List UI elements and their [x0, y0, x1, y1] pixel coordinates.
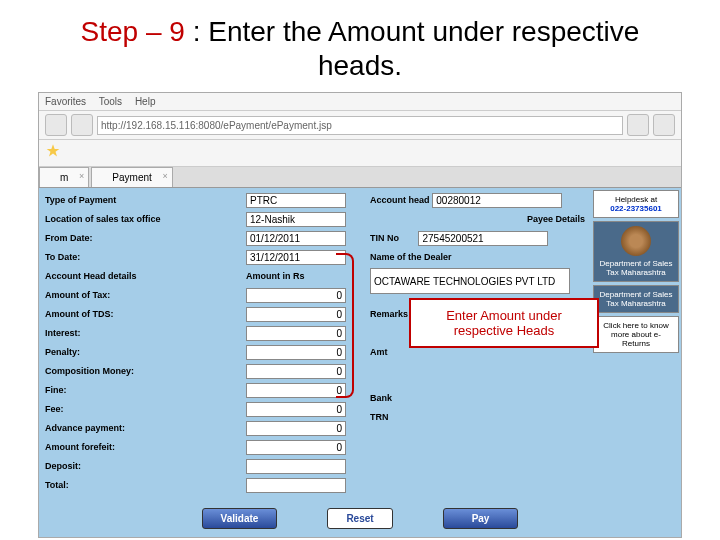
- right-column: Account head Payee Details TIN No Name o…: [364, 188, 591, 500]
- app-body: Type of Payment Location of sales tax of…: [39, 188, 681, 500]
- label: Fee:: [45, 404, 64, 414]
- amount-tax-input[interactable]: [246, 288, 346, 303]
- label: Account head: [370, 195, 430, 205]
- label: Amount forefeit:: [45, 442, 115, 452]
- tab[interactable]: Payment×: [91, 167, 172, 187]
- menu-item[interactable]: Tools: [99, 96, 122, 107]
- dealer-name-input[interactable]: [370, 268, 570, 294]
- location-input[interactable]: [246, 212, 346, 227]
- helpdesk-label: Helpdesk at: [598, 195, 674, 204]
- label: Interest:: [45, 328, 81, 338]
- reset-button[interactable]: Reset: [327, 508, 392, 529]
- returns-link-box[interactable]: Click here to know more about e-Returns: [593, 316, 679, 353]
- slide-step: Step – 9: [81, 16, 185, 47]
- label: Payee Details: [527, 214, 585, 224]
- type-of-payment-input[interactable]: [246, 193, 346, 208]
- to-date-input[interactable]: [246, 250, 346, 265]
- browser-window: Favorites Tools Help m× Payment× Type of…: [38, 92, 682, 538]
- label: Amount of TDS:: [45, 309, 113, 319]
- label: Account Head details: [45, 271, 137, 281]
- total-input[interactable]: [246, 478, 346, 493]
- slide-title: Step – 9 : Enter the Amount under respec…: [0, 0, 720, 92]
- helpdesk-box: Helpdesk at 022-23735601: [593, 190, 679, 218]
- label: TIN No: [370, 233, 399, 243]
- callout-text: Enter Amount under: [425, 308, 583, 323]
- label: Location of sales tax office: [45, 214, 161, 224]
- label: Bank: [370, 393, 392, 403]
- label: From Date:: [45, 233, 93, 243]
- label: TRN: [370, 412, 389, 422]
- from-date-input[interactable]: [246, 231, 346, 246]
- menu-item[interactable]: Help: [135, 96, 156, 107]
- left-column: Type of Payment Location of sales tax of…: [39, 188, 244, 500]
- account-head-input[interactable]: [432, 193, 562, 208]
- label: Amount of Tax:: [45, 290, 110, 300]
- label: Fine:: [45, 385, 67, 395]
- close-icon[interactable]: ×: [163, 171, 168, 181]
- url-bar: [39, 111, 681, 140]
- label: Amount in Rs: [246, 271, 305, 281]
- url-input[interactable]: [97, 116, 623, 135]
- tab-bar: m× Payment×: [39, 167, 681, 188]
- returns-link[interactable]: Click here to know more about e-Returns: [598, 321, 674, 348]
- callout-text: respective Heads: [425, 323, 583, 338]
- tin-input[interactable]: [418, 231, 548, 246]
- sidebar: Helpdesk at 022-23735601 Department of S…: [591, 188, 681, 500]
- back-button[interactable]: [45, 114, 67, 136]
- callout-bracket: [336, 253, 354, 398]
- label: Deposit:: [45, 461, 81, 471]
- label: To Date:: [45, 252, 80, 262]
- fine-input[interactable]: [246, 383, 346, 398]
- amount-tds-input[interactable]: [246, 307, 346, 322]
- penalty-input[interactable]: [246, 345, 346, 360]
- fee-input[interactable]: [246, 402, 346, 417]
- label: Composition Money:: [45, 366, 134, 376]
- advance-input[interactable]: [246, 421, 346, 436]
- helpdesk-number: 022-23735601: [598, 204, 674, 213]
- pay-button[interactable]: Pay: [443, 508, 519, 529]
- forward-button[interactable]: [71, 114, 93, 136]
- label: Advance payment:: [45, 423, 125, 433]
- close-icon[interactable]: ×: [79, 171, 84, 181]
- bookmark-bar: [39, 140, 681, 167]
- deposit-input[interactable]: [246, 459, 346, 474]
- dept-text: Department of Sales Tax Maharashtra: [598, 290, 674, 308]
- composition-input[interactable]: [246, 364, 346, 379]
- favorites-star-icon[interactable]: [45, 143, 61, 159]
- menu-item[interactable]: Favorites: [45, 96, 86, 107]
- menu-bar: Favorites Tools Help: [39, 93, 681, 111]
- button-row: Validate Reset Pay: [39, 500, 681, 537]
- stop-button[interactable]: [653, 114, 675, 136]
- dept-box: Department of Sales Tax Maharashtra: [593, 285, 679, 313]
- dept-box: Department of Sales Tax Maharashtra: [593, 221, 679, 282]
- emblem-icon: [621, 226, 651, 256]
- label: Type of Payment: [45, 195, 116, 205]
- tab[interactable]: m×: [39, 167, 89, 187]
- slide-title-rest: : Enter the Amount under respective head…: [185, 16, 639, 81]
- label: Total:: [45, 480, 69, 490]
- interest-input[interactable]: [246, 326, 346, 341]
- validate-button[interactable]: Validate: [202, 508, 278, 529]
- dept-text: Department of Sales Tax Maharashtra: [598, 259, 674, 277]
- forefeit-input[interactable]: [246, 440, 346, 455]
- label: Penalty:: [45, 347, 80, 357]
- refresh-button[interactable]: [627, 114, 649, 136]
- label: Amt: [370, 347, 388, 357]
- label: Name of the Dealer: [370, 252, 452, 262]
- callout-box: Enter Amount under respective Heads: [409, 298, 599, 348]
